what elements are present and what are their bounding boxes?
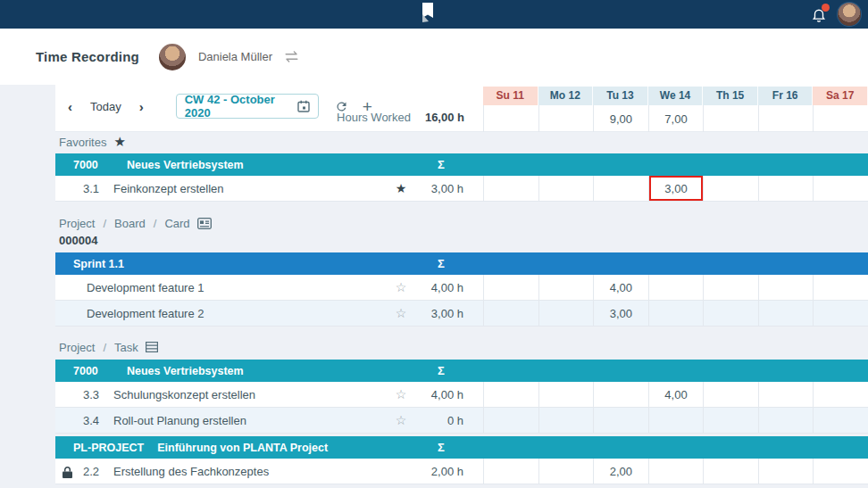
favorite-star-icon[interactable]: ☆ (392, 280, 410, 294)
time-cell[interactable]: 3,00 (593, 301, 648, 326)
time-cell[interactable] (758, 382, 814, 407)
account-avatar[interactable] (838, 3, 861, 26)
task-row[interactable]: 3.3Schulungskonzept erstellen☆4,00 h4,00 (55, 382, 868, 408)
group-code: Sprint 1.1 (73, 258, 124, 270)
user-avatar (159, 44, 186, 70)
task-code: 3.4 (64, 414, 99, 427)
time-cell[interactable] (648, 459, 704, 484)
time-cell[interactable] (593, 408, 648, 433)
time-cell[interactable] (483, 275, 538, 300)
time-cell[interactable] (703, 382, 758, 407)
time-cell[interactable] (483, 408, 538, 433)
task-row[interactable]: Development feature 2☆3,00 h3,00 (55, 301, 868, 327)
time-cell[interactable]: 3,00 (648, 176, 704, 201)
time-table: 7000Neues VertriebsystemΣ3.1Feinkonzept … (55, 153, 868, 202)
task-name: Development feature 1 (87, 281, 392, 294)
section-label-text: Card (164, 217, 189, 230)
time-cell[interactable] (758, 408, 814, 433)
sections: Favorites★7000Neues VertriebsystemΣ3.1Fe… (55, 135, 868, 484)
favorite-star-icon[interactable]: ☆ (392, 387, 410, 401)
group-code: PL-PROJECT (73, 442, 144, 454)
section-label-text: Board (114, 217, 146, 230)
time-cell[interactable] (703, 408, 758, 433)
time-cell[interactable]: 4,00 (593, 275, 648, 300)
day-header-row: Su 11Mo 12Tu 13We 14Th 15Fr 16Sa 17 (483, 87, 868, 105)
time-cells: 4,00 (483, 382, 868, 407)
task-row-left: 3.1Feinkonzept erstellen★3,00 h (55, 176, 483, 201)
day-totals-row: 9,007,00 (483, 105, 868, 132)
time-cell[interactable] (483, 301, 538, 326)
time-cell[interactable] (538, 459, 594, 484)
day-header-cell: Fr 16 (758, 87, 814, 105)
time-cell[interactable] (648, 408, 704, 433)
user-name: Daniela Müller (198, 50, 272, 63)
sum-column-header: Σ (438, 364, 445, 377)
time-cell[interactable] (703, 275, 758, 300)
task-total-hours: 3,00 h (410, 307, 463, 320)
time-cell[interactable] (648, 275, 704, 300)
time-cell[interactable] (593, 176, 648, 201)
time-cell[interactable] (813, 408, 868, 433)
week-toolbar-band: ‹ Today › CW 42 - October 2020 + (55, 85, 868, 132)
time-cell[interactable] (483, 459, 538, 484)
time-cell[interactable] (813, 382, 868, 407)
time-cell[interactable] (703, 301, 758, 326)
time-cell[interactable] (593, 382, 648, 407)
time-cell[interactable] (758, 301, 814, 326)
table-group-header[interactable]: Sprint 1.1Σ (55, 252, 868, 275)
time-cell[interactable] (758, 176, 814, 201)
time-cell[interactable] (538, 176, 594, 201)
notifications-bell-icon[interactable] (809, 4, 829, 24)
time-table: PL-PROJECTEinführung von PLANTA ProjectΣ… (55, 436, 868, 484)
time-cell[interactable] (538, 408, 594, 433)
time-cell[interactable]: 4,00 (648, 382, 704, 407)
task-row[interactable]: Development feature 1☆4,00 h4,00 (55, 275, 868, 301)
table-group-header[interactable]: PL-PROJECTEinführung von PLANTA ProjectΣ (55, 436, 868, 459)
time-cell[interactable] (758, 459, 814, 484)
day-total-cell (758, 105, 814, 132)
task-code: 3.1 (64, 182, 99, 195)
time-cell[interactable] (813, 176, 868, 201)
time-cell[interactable] (703, 459, 758, 484)
task-row[interactable]: 3.1Feinkonzept erstellen★3,00 h3,00 (55, 176, 868, 202)
time-cell[interactable] (813, 275, 868, 300)
card-icon (197, 218, 212, 229)
time-cells: 4,00 (483, 275, 868, 300)
time-cell[interactable] (648, 301, 704, 326)
breadcrumb-separator: / (95, 217, 114, 230)
time-cell[interactable] (483, 382, 538, 407)
task-row[interactable]: 2.2Erstellung des Fachkonzeptes2,00 h2,0… (55, 459, 868, 484)
day-header-cell: Sa 17 (813, 87, 868, 105)
time-cells: 2,00 (483, 459, 868, 484)
switch-user-icon[interactable] (283, 50, 300, 63)
task-row-left: 3.3Schulungskonzept erstellen☆4,00 h (55, 382, 483, 407)
favorite-star-icon[interactable]: ☆ (392, 306, 410, 320)
day-header-cell: Th 15 (703, 87, 758, 105)
time-cell[interactable] (813, 301, 868, 326)
time-cell[interactable] (538, 301, 594, 326)
group-name: Neues Vertriebsystem (127, 365, 244, 377)
time-cell[interactable] (538, 275, 594, 300)
time-cell[interactable] (813, 459, 868, 484)
section-label-text: Project (59, 217, 95, 230)
day-header-cell: We 14 (648, 87, 704, 105)
time-cell[interactable] (758, 275, 814, 300)
hours-worked-label: Hours Worked (337, 111, 411, 124)
favorite-star-icon[interactable]: ☆ (392, 413, 410, 427)
time-cell[interactable]: 2,00 (593, 459, 648, 484)
task-name: Roll-out Planung erstellen (113, 414, 392, 427)
breadcrumb-separator: / (146, 217, 165, 230)
task-total-hours: 3,00 h (410, 182, 463, 195)
table-group-header[interactable]: 7000Neues VertriebsystemΣ (55, 360, 868, 382)
favorite-star-icon[interactable]: ★ (392, 181, 410, 195)
task-row-left: Development feature 1☆4,00 h (55, 275, 483, 300)
page-header: Time Recording Daniela Müller (0, 29, 868, 85)
time-cell[interactable] (538, 382, 594, 407)
hours-summary: Hours Worked 16,00 h (55, 104, 464, 130)
table-group-header[interactable]: 7000Neues VertriebsystemΣ (55, 153, 868, 176)
day-total-cell: 9,00 (593, 105, 648, 132)
task-row[interactable]: 3.4Roll-out Planung erstellen☆0 h (55, 408, 868, 434)
lock-icon (63, 466, 72, 482)
time-cell[interactable] (703, 176, 758, 201)
time-cell[interactable] (483, 176, 538, 201)
